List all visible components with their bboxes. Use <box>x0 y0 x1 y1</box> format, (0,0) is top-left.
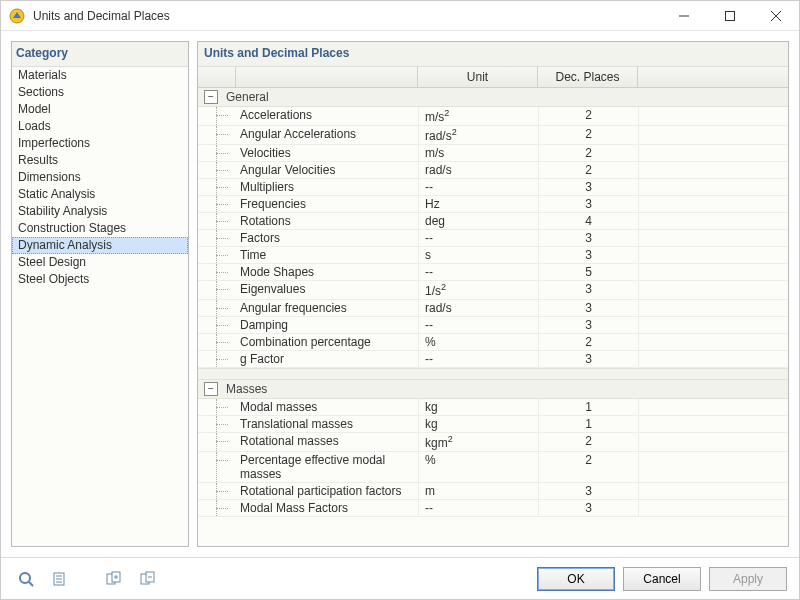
collapse-toggle-icon[interactable]: − <box>204 382 218 396</box>
row-name: Frequencies <box>236 196 418 212</box>
category-sidebar: Category MaterialsSectionsModelLoadsImpe… <box>11 41 189 547</box>
unit-cell[interactable]: Hz <box>418 196 538 212</box>
unit-cell[interactable]: m <box>418 483 538 499</box>
tree-branch-icon <box>198 483 236 499</box>
row-tail <box>638 247 788 263</box>
sidebar-item[interactable]: Construction Stages <box>12 220 188 237</box>
tree-branch-icon <box>198 500 236 516</box>
collapse-toggle-icon[interactable]: − <box>204 90 218 104</box>
dec-places-cell[interactable]: 2 <box>538 126 638 144</box>
unit-cell[interactable]: m/s2 <box>418 107 538 125</box>
unit-cell[interactable]: rad/s <box>418 300 538 316</box>
apply-button[interactable]: Apply <box>709 567 787 591</box>
unit-cell[interactable]: -- <box>418 317 538 333</box>
unit-cell[interactable]: -- <box>418 230 538 246</box>
tree-branch-icon <box>198 162 236 178</box>
sidebar-item[interactable]: Steel Objects <box>12 271 188 288</box>
unit-cell[interactable]: % <box>418 334 538 350</box>
sidebar-item[interactable]: Stability Analysis <box>12 203 188 220</box>
tree-branch-icon <box>198 247 236 263</box>
sidebar-item[interactable]: Loads <box>12 118 188 135</box>
row-tail <box>638 317 788 333</box>
table-row: Rotationsdeg4 <box>198 213 788 230</box>
unit-cell[interactable]: kg <box>418 416 538 432</box>
dec-places-cell[interactable]: 3 <box>538 300 638 316</box>
sidebar-item[interactable]: Results <box>12 152 188 169</box>
dec-places-cell[interactable]: 3 <box>538 179 638 195</box>
table-row: Modal masseskg1 <box>198 399 788 416</box>
row-tail <box>638 483 788 499</box>
dec-places-cell[interactable]: 3 <box>538 230 638 246</box>
row-name: Modal Mass Factors <box>236 500 418 516</box>
help-button[interactable] <box>13 567 39 591</box>
dec-places-cell[interactable]: 3 <box>538 247 638 263</box>
sidebar-item[interactable]: Steel Design <box>12 254 188 271</box>
unit-cell[interactable]: deg <box>418 213 538 229</box>
grid-header-dec[interactable]: Dec. Places <box>538 67 638 87</box>
sidebar-item[interactable]: Static Analysis <box>12 186 188 203</box>
row-tail <box>638 300 788 316</box>
maximize-button[interactable] <box>707 1 753 31</box>
unit-cell[interactable]: -- <box>418 264 538 280</box>
unit-cell[interactable]: s <box>418 247 538 263</box>
dec-places-cell[interactable]: 3 <box>538 483 638 499</box>
ok-button[interactable]: OK <box>537 567 615 591</box>
dec-places-cell[interactable]: 3 <box>538 317 638 333</box>
sidebar-item[interactable]: Dimensions <box>12 169 188 186</box>
row-name: Percentage effective modal masses <box>236 452 418 482</box>
dec-places-cell[interactable]: 2 <box>538 452 638 482</box>
dec-places-cell[interactable]: 2 <box>538 145 638 161</box>
unit-cell[interactable]: kg <box>418 399 538 415</box>
dec-places-cell[interactable]: 1 <box>538 416 638 432</box>
dec-places-cell[interactable]: 3 <box>538 500 638 516</box>
row-name: Angular frequencies <box>236 300 418 316</box>
table-row: FrequenciesHz3 <box>198 196 788 213</box>
svg-rect-1 <box>726 11 735 20</box>
unit-cell[interactable]: m/s <box>418 145 538 161</box>
sidebar-item[interactable]: Sections <box>12 84 188 101</box>
import-profile-button[interactable] <box>101 567 127 591</box>
table-row: Mode Shapes--5 <box>198 264 788 281</box>
dec-places-cell[interactable]: 5 <box>538 264 638 280</box>
tree-branch-icon <box>198 264 236 280</box>
grid-header-unit[interactable]: Unit <box>418 67 538 87</box>
category-list: MaterialsSectionsModelLoadsImperfections… <box>12 67 188 546</box>
unit-cell[interactable]: rad/s2 <box>418 126 538 144</box>
unit-cell[interactable]: rad/s <box>418 162 538 178</box>
dec-places-cell[interactable]: 3 <box>538 196 638 212</box>
unit-cell[interactable]: 1/s2 <box>418 281 538 299</box>
main-panel: Units and Decimal Places Unit Dec. Place… <box>197 41 789 547</box>
dec-places-cell[interactable]: 2 <box>538 107 638 125</box>
sidebar-item[interactable]: Imperfections <box>12 135 188 152</box>
close-button[interactable] <box>753 1 799 31</box>
dec-places-cell[interactable]: 1 <box>538 399 638 415</box>
sidebar-item[interactable]: Dynamic Analysis <box>12 237 188 254</box>
tree-branch-icon <box>198 107 236 125</box>
dec-places-cell[interactable]: 2 <box>538 433 638 451</box>
dec-places-cell[interactable]: 2 <box>538 162 638 178</box>
group-row[interactable]: −Masses <box>198 380 788 399</box>
svg-point-2 <box>20 573 30 583</box>
sidebar-item[interactable]: Model <box>12 101 188 118</box>
unit-cell[interactable]: -- <box>418 500 538 516</box>
minimize-button[interactable] <box>661 1 707 31</box>
row-name: Damping <box>236 317 418 333</box>
export-profile-button[interactable] <box>135 567 161 591</box>
dec-places-cell[interactable]: 3 <box>538 281 638 299</box>
dec-places-cell[interactable]: 4 <box>538 213 638 229</box>
dialog-content: Category MaterialsSectionsModelLoadsImpe… <box>1 31 799 557</box>
group-row[interactable]: −General <box>198 88 788 107</box>
dec-places-cell[interactable]: 3 <box>538 351 638 367</box>
unit-cell[interactable]: -- <box>418 351 538 367</box>
unit-cell[interactable]: % <box>418 452 538 482</box>
unit-cell[interactable]: kgm2 <box>418 433 538 451</box>
cancel-button[interactable]: Cancel <box>623 567 701 591</box>
dec-places-cell[interactable]: 2 <box>538 334 638 350</box>
row-tail <box>638 126 788 144</box>
row-name: Multipliers <box>236 179 418 195</box>
tree-branch-icon <box>198 196 236 212</box>
sidebar-item[interactable]: Materials <box>12 67 188 84</box>
defaults-button[interactable] <box>47 567 73 591</box>
row-name: Accelerations <box>236 107 418 125</box>
unit-cell[interactable]: -- <box>418 179 538 195</box>
